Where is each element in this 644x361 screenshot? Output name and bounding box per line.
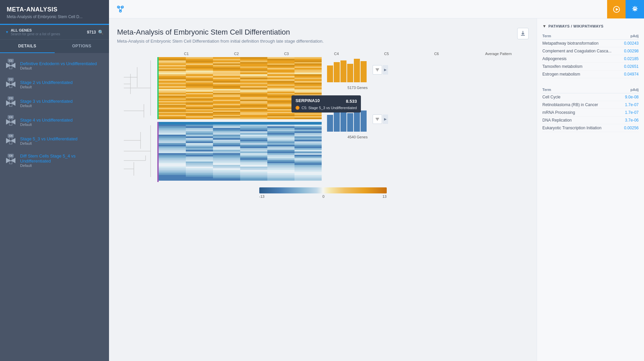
table-row[interactable]: Tamoxifen metabolism 0.02651 xyxy=(542,63,639,71)
svg-rect-417 xyxy=(213,160,240,162)
svg-rect-505 xyxy=(259,187,387,193)
svg-rect-297 xyxy=(213,126,240,128)
svg-rect-465 xyxy=(213,173,240,175)
tab-options[interactable]: OPTIONS xyxy=(55,40,109,53)
list-item[interactable]: C2 Stage 2 vs Undifferentiated Default xyxy=(0,75,109,94)
svg-rect-344 xyxy=(186,140,213,141)
expand-btn-c2[interactable]: ▶ xyxy=(383,115,388,124)
svg-rect-412 xyxy=(240,158,267,160)
heatmap-cells-c2[interactable] xyxy=(157,122,322,182)
settings-button[interactable] xyxy=(626,0,644,18)
dropdown-arrow-icon[interactable]: ▼ xyxy=(5,30,9,34)
svg-rect-436 xyxy=(240,165,267,167)
svg-rect-286 xyxy=(267,118,294,119)
svg-rect-453 xyxy=(213,170,240,172)
item-name-c3[interactable]: Stage 3 vs Undifferentiated xyxy=(20,99,73,104)
svg-rect-228 xyxy=(159,105,186,106)
svg-rect-162 xyxy=(159,90,186,92)
play-button[interactable] xyxy=(607,0,626,18)
table-row[interactable]: Complement and Coagulation Casca... 0.00… xyxy=(542,47,639,55)
svg-rect-381 xyxy=(213,150,240,151)
download-button[interactable] xyxy=(517,28,529,39)
svg-rect-272 xyxy=(213,115,240,116)
search-icon[interactable]: 🔍 xyxy=(98,30,104,35)
svg-rect-47 xyxy=(294,59,322,60)
item-name-c6[interactable]: Diff Stem Cells Stage 5_4 vs Undifferent… xyxy=(20,153,104,164)
svg-rect-287 xyxy=(294,118,322,119)
pathways-arrow-icon[interactable]: ▼ xyxy=(542,24,546,29)
svg-rect-402 xyxy=(294,155,322,156)
table-row[interactable]: mRNA Processing 1.7e-07 xyxy=(542,109,639,117)
sidebar: META-ANALYSIS Meta-Analysis of Embryonic… xyxy=(0,0,109,361)
svg-rect-214 xyxy=(267,101,294,102)
svg-rect-91 xyxy=(186,71,213,73)
svg-rect-107 xyxy=(294,74,322,76)
svg-rect-194 xyxy=(213,97,240,98)
svg-rect-277 xyxy=(186,116,213,118)
svg-rect-291 xyxy=(213,125,240,126)
list-item[interactable]: C6 Diff Stem Cells Stage 5_4 vs Undiffer… xyxy=(0,150,109,171)
svg-rect-256 xyxy=(267,110,294,112)
svg-rect-165 xyxy=(240,90,267,92)
svg-rect-145 xyxy=(186,86,213,88)
svg-rect-203 xyxy=(294,98,322,100)
table-row[interactable]: Adipogenesis 0.02185 xyxy=(542,55,639,63)
svg-rect-134 xyxy=(213,83,240,84)
svg-rect-94 xyxy=(267,71,294,73)
list-item[interactable]: C5 Stage 5_3 vs Undifferentiated Default xyxy=(0,131,109,150)
heatmap-cells-c1[interactable] xyxy=(157,57,322,121)
svg-rect-448 xyxy=(240,168,267,170)
svg-rect-192 xyxy=(159,97,186,98)
svg-rect-429 xyxy=(213,163,240,165)
svg-rect-42 xyxy=(159,59,186,60)
table-row[interactable]: Eukaryotic Transcription Initiation 0.00… xyxy=(542,124,639,132)
item-default-c1: Default xyxy=(20,66,97,70)
item-name-c2[interactable]: Stage 2 vs Undifferentiated xyxy=(20,80,73,85)
item-text-c6: Diff Stem Cells Stage 5_4 vs Undifferent… xyxy=(20,153,104,168)
svg-rect-76 xyxy=(267,66,294,68)
table-row[interactable]: Cell Cycle 9.0e-08 xyxy=(542,93,639,101)
item-icon-c3: C3 xyxy=(5,97,17,109)
svg-rect-72 xyxy=(159,66,186,68)
table-row[interactable]: Retinoblastoma (RB) in Cancer 1.7e-07 xyxy=(542,101,639,109)
svg-rect-160 xyxy=(267,89,294,90)
svg-rect-470 xyxy=(186,175,213,177)
table-row[interactable]: Estrogen metabolism 0.04974 xyxy=(542,71,639,78)
list-item[interactable]: C3 Stage 3 vs Undifferentiated Default xyxy=(0,94,109,112)
svg-rect-333 xyxy=(213,136,240,138)
filter-area-c2: ▶ xyxy=(373,115,388,124)
svg-rect-112 xyxy=(267,76,294,78)
table-row[interactable]: DNA Replication 3.7e-06 xyxy=(542,117,639,124)
svg-rect-187 xyxy=(186,96,213,97)
svg-rect-349 xyxy=(159,141,186,143)
svg-rect-469 xyxy=(159,175,186,177)
item-name-c5[interactable]: Stage 5_3 vs Undifferentiated xyxy=(20,136,77,141)
svg-rect-459 xyxy=(213,172,240,173)
expand-btn-c1[interactable]: ▶ xyxy=(383,65,388,75)
svg-rect-307 xyxy=(159,130,186,131)
svg-rect-109 xyxy=(186,76,213,78)
svg-rect-252 xyxy=(159,110,186,112)
svg-rect-80 xyxy=(213,68,240,70)
svg-rect-415 xyxy=(159,160,186,162)
svg-rect-217 xyxy=(186,102,213,104)
svg-rect-95 xyxy=(294,71,322,73)
svg-rect-146 xyxy=(213,86,240,88)
svg-marker-5 xyxy=(6,82,11,87)
svg-rect-96 xyxy=(159,73,186,74)
item-name-c1[interactable]: Definitive Endoderm vs Undifferentiated xyxy=(20,61,97,66)
svg-rect-413 xyxy=(267,158,294,160)
list-item[interactable]: C1 Definitive Endoderm vs Undifferentiat… xyxy=(0,56,109,75)
table-row[interactable]: Metapathway biotransformation 0.00243 xyxy=(542,40,639,47)
item-text-c5: Stage 5_3 vs Undifferentiated Default xyxy=(20,136,77,145)
svg-rect-336 xyxy=(294,136,322,138)
svg-rect-85 xyxy=(186,70,213,71)
item-name-c4[interactable]: Stage 4 vs Undifferentiated xyxy=(20,118,73,123)
svg-rect-45 xyxy=(240,59,267,60)
tab-details[interactable]: DETAILS xyxy=(0,40,55,53)
svg-rect-454 xyxy=(240,170,267,172)
svg-marker-13 xyxy=(6,119,11,125)
filter-icon-c2[interactable] xyxy=(373,115,382,124)
filter-icon-c1[interactable] xyxy=(373,65,382,75)
list-item[interactable]: C4 Stage 4 vs Undifferentiated Default xyxy=(0,112,109,131)
